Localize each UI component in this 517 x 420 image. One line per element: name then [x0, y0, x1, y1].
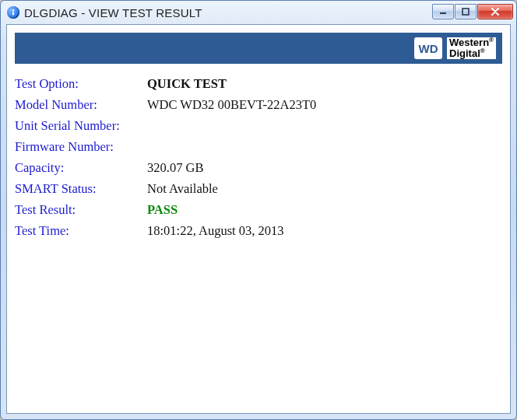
info-icon [7, 6, 19, 19]
label-model-number: Model Number: [15, 97, 147, 113]
label-smart-status: SMART Status: [15, 181, 147, 197]
value-test-result: PASS [147, 202, 502, 218]
value-test-time: 18:01:22, August 03, 2013 [147, 223, 502, 239]
value-capacity: 320.07 GB [147, 160, 502, 176]
label-test-option: Test Option: [15, 76, 147, 92]
value-test-option: QUICK TEST [147, 76, 502, 92]
wd-logo-icon: WD [414, 37, 442, 59]
value-firmware-number [147, 139, 502, 155]
label-unit-serial-number: Unit Serial Number: [15, 118, 147, 134]
brand-banner: WD Western Digital [15, 33, 502, 64]
svg-rect-3 [462, 9, 469, 15]
label-test-result: Test Result: [15, 202, 147, 218]
brand-line-1: Western [449, 37, 494, 48]
titlebar: DLGDIAG - VIEW TEST RESULT [1, 1, 516, 24]
wd-logo-text: Western Digital [447, 37, 496, 59]
minimize-button[interactable] [432, 4, 454, 19]
label-test-time: Test Time: [15, 223, 147, 239]
label-capacity: Capacity: [15, 160, 147, 176]
brand-line-2: Digital [449, 48, 494, 59]
value-model-number: WDC WD32 00BEVT-22A23T0 [147, 97, 502, 113]
result-grid: Test Option: QUICK TEST Model Number: WD… [15, 76, 502, 239]
window-title: DLGDIAG - VIEW TEST RESULT [24, 6, 427, 19]
label-firmware-number: Firmware Number: [15, 139, 147, 155]
value-unit-serial-number [147, 118, 502, 134]
svg-rect-1 [12, 12, 14, 15]
value-smart-status: Not Available [147, 181, 502, 197]
svg-rect-2 [440, 12, 446, 14]
svg-point-0 [12, 9, 14, 11]
close-button[interactable] [477, 4, 513, 19]
window-controls [432, 4, 513, 19]
maximize-button[interactable] [455, 4, 477, 19]
app-window: DLGDIAG - VIEW TEST RESULT WD Western Di… [0, 0, 517, 420]
client-area: WD Western Digital Test Option: QUICK TE… [6, 24, 511, 414]
